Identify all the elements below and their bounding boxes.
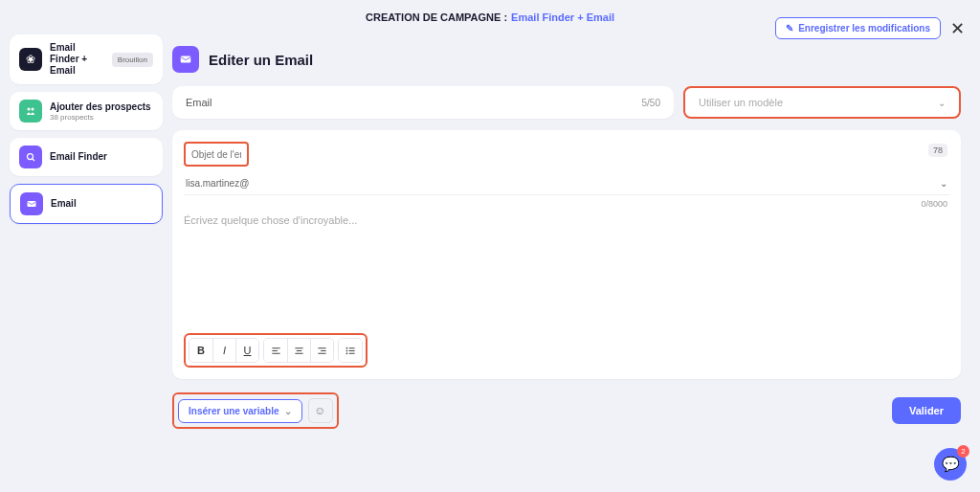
sidebar-item-email[interactable]: Email [10, 184, 163, 224]
svg-point-6 [345, 350, 346, 351]
footer-actions-highlight: Insérer une variable ⌄ ☺ [172, 392, 339, 429]
save-modifications-button[interactable]: ✎ Enregistrer les modifications [775, 17, 941, 39]
sidebar-item-label: Ajouter des prospects [50, 101, 153, 113]
chat-icon: 💬 [942, 456, 960, 473]
align-right-button[interactable] [310, 339, 333, 362]
sidebar-item-label: Email [51, 198, 152, 210]
svg-point-7 [345, 352, 346, 353]
chat-unread-badge: 2 [957, 445, 969, 458]
insert-variable-button[interactable]: Insérer une variable ⌄ [178, 399, 302, 423]
save-label: Enregistrer les modifications [798, 23, 930, 34]
from-email: lisa.martinez@ [186, 178, 249, 189]
leaf-icon: ❀ [19, 48, 42, 71]
search-at-icon [19, 145, 42, 168]
email-name-count: 5/50 [642, 98, 660, 108]
align-left-button[interactable] [264, 339, 287, 362]
template-placeholder: Utiliser un modèle [699, 97, 783, 108]
svg-rect-4 [181, 56, 191, 63]
header-actions: ✎ Enregistrer les modifications ✕ [775, 17, 965, 39]
validate-button[interactable]: Valider [892, 397, 961, 424]
insert-variable-label: Insérer une variable [189, 406, 279, 416]
subject-input[interactable] [191, 149, 241, 160]
italic-button[interactable]: I [212, 339, 235, 362]
svg-point-2 [28, 154, 33, 160]
align-center-button[interactable] [287, 339, 310, 362]
chevron-down-icon: ⌄ [284, 406, 292, 416]
from-selector[interactable]: lisa.martinez@ ⌄ [184, 172, 949, 195]
campaign-header: CREATION DE CAMPAGNE : Email Finder + Em… [0, 0, 980, 34]
main-content: Editer un Email Email 5/50 Utiliser un m… [172, 34, 970, 429]
sidebar: ❀ Email Finder + Email Brouillon Ajouter… [10, 34, 163, 429]
template-dropdown[interactable]: Utiliser un modèle ⌄ [683, 86, 961, 119]
sidebar-item-label: Email Finder [50, 151, 153, 163]
close-icon[interactable]: ✕ [950, 18, 965, 39]
chat-widget[interactable]: 💬 2 [934, 448, 967, 481]
svg-rect-3 [28, 201, 36, 207]
body-char-count: 0/8000 [921, 199, 947, 209]
underline-button[interactable]: U [235, 339, 258, 362]
chevron-down-icon: ⌄ [938, 98, 946, 108]
subject-count: 78 [928, 144, 947, 157]
draft-badge: Brouillon [112, 53, 153, 67]
envelope-icon [20, 192, 43, 215]
sidebar-item-email-finder[interactable]: Email Finder [10, 138, 163, 176]
email-editor: 78 lisa.martinez@ ⌄ 0/8000 Écrivez quelq… [172, 130, 961, 379]
header-campaign-link[interactable]: Email Finder + Email [511, 11, 614, 23]
chevron-down-icon: ⌄ [940, 178, 947, 189]
pencil-icon: ✎ [786, 23, 793, 34]
svg-point-5 [345, 347, 346, 348]
sidebar-item-label: Email Finder + Email [50, 42, 104, 77]
envelope-icon [172, 46, 199, 73]
svg-point-1 [32, 108, 34, 111]
users-icon [19, 100, 42, 123]
bold-button[interactable]: B [189, 339, 212, 362]
formatting-toolbar: B I U [184, 333, 368, 368]
email-name-value: Email [186, 97, 212, 108]
header-title-prefix: CREATION DE CAMPAGNE : [366, 11, 507, 23]
emoji-picker-button[interactable]: ☺ [308, 398, 333, 423]
sidebar-item-sub: 38 prospects [50, 113, 153, 122]
body-textarea[interactable]: Écrivez quelque chose d'incroyable... [184, 199, 949, 226]
sidebar-item-campaign-root[interactable]: ❀ Email Finder + Email Brouillon [10, 34, 163, 84]
svg-point-0 [28, 108, 31, 111]
page-title: Editer un Email [209, 52, 313, 68]
email-name-field[interactable]: Email 5/50 [172, 86, 674, 119]
list-button[interactable] [339, 339, 362, 362]
sidebar-item-add-prospects[interactable]: Ajouter des prospects 38 prospects [10, 92, 163, 130]
